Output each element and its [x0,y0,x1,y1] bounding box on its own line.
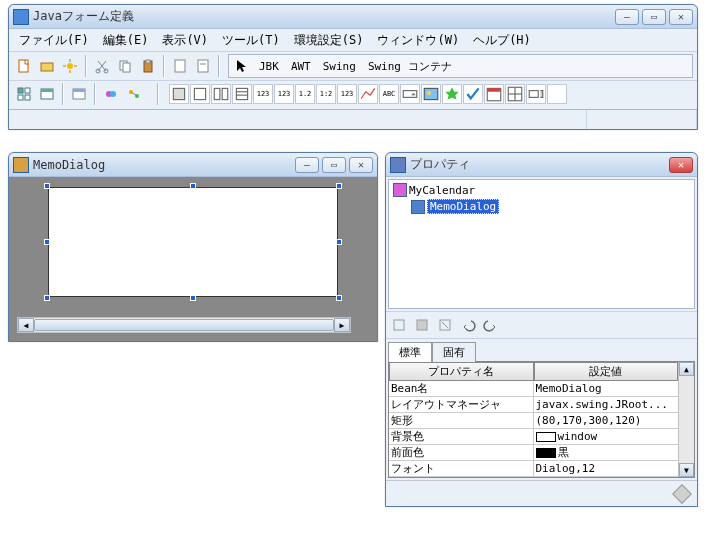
resize-handle-se[interactable] [336,295,342,301]
menu-file[interactable]: ファイル(F) [13,30,95,51]
prop-redo-icon[interactable] [480,314,502,336]
tree-root[interactable]: MyCalendar [391,182,692,198]
property-value[interactable]: javax.swing.JRoot... [534,398,679,411]
scroll-thumb[interactable] [34,319,334,331]
menu-env[interactable]: 環境設定(S) [288,30,370,51]
memodialog-titlebar[interactable]: MemoDialog — ▭ ✕ [9,153,377,177]
comp-list-icon[interactable] [232,84,252,104]
comp-abc-icon[interactable]: ABC [379,84,399,104]
property-row[interactable]: 矩形(80,170,300,120) [389,413,678,429]
resize-handle-n[interactable] [190,183,196,189]
tool-new-icon[interactable] [13,55,35,77]
comp-calendar-icon[interactable] [484,84,504,104]
prop-tool-a-icon[interactable] [388,314,410,336]
comp-split-icon[interactable] [211,84,231,104]
tree-child[interactable]: MemoDialog [391,198,692,215]
component-tree[interactable]: MyCalendar MemoDialog [388,179,695,309]
main-titlebar[interactable]: Javaフォーム定義 — ▭ ✕ [9,5,697,29]
tool-open-icon[interactable] [36,55,58,77]
resize-handle-w[interactable] [44,239,50,245]
comp-123b-icon[interactable]: 123 [274,84,294,104]
menu-tool[interactable]: ツール(T) [216,30,286,51]
menu-help[interactable]: ヘルプ(H) [467,30,537,51]
svg-rect-45 [394,320,404,330]
tool-cut-icon[interactable] [91,55,113,77]
comp-12a-icon[interactable]: 1.2 [295,84,315,104]
comp-123a-icon[interactable]: 123 [253,84,273,104]
tab-standard[interactable]: 標準 [388,342,432,362]
resize-handle-e[interactable] [336,239,342,245]
property-row[interactable]: フォントDialog,12 [389,461,678,477]
property-row[interactable]: 背景色window [389,429,678,445]
close-button[interactable]: ✕ [669,9,693,25]
property-value[interactable]: (80,170,300,120) [534,414,679,427]
comp-star-icon[interactable] [442,84,462,104]
property-value[interactable]: 黒 [534,445,679,460]
tab-specific[interactable]: 固有 [432,342,476,362]
comp-combo-icon[interactable] [400,84,420,104]
tool-window-icon[interactable] [36,83,58,105]
tool-doc-a-icon[interactable] [169,55,191,77]
property-row[interactable]: レイアウトマネージャjavax.swing.JRoot... [389,397,678,413]
property-row[interactable]: Bean名MemoDialog [389,381,678,397]
property-name: 前面色 [389,445,534,460]
resize-handle-nw[interactable] [44,183,50,189]
comp-blank-icon[interactable] [547,84,567,104]
palette-tab-awt[interactable]: AWT [285,58,317,75]
tool-copy-icon[interactable] [114,55,136,77]
resize-handle-ne[interactable] [336,183,342,189]
comp-image-icon[interactable] [421,84,441,104]
tool-form-icon[interactable] [68,83,90,105]
comp-frame-icon[interactable] [190,84,210,104]
svg-rect-10 [123,63,130,72]
comp-12b-icon[interactable]: 1:2 [316,84,336,104]
properties-close-button[interactable]: ✕ [669,157,693,173]
palette-tab-swing-container[interactable]: Swing コンテナ [362,57,458,76]
comp-grid-icon[interactable] [505,84,525,104]
prop-tool-c-icon[interactable] [434,314,456,336]
child-close-button[interactable]: ✕ [349,157,373,173]
scroll-left-icon[interactable]: ◀ [18,318,34,332]
comp-panel-icon[interactable] [169,84,189,104]
resize-handle-sw[interactable] [44,295,50,301]
maximize-button[interactable]: ▭ [642,9,666,25]
svg-rect-36 [403,91,417,98]
tool-grid-a-icon[interactable] [13,83,35,105]
minimize-button[interactable]: — [615,9,639,25]
col-header-value[interactable]: 設定値 [534,362,679,381]
resize-handle-s[interactable] [190,295,196,301]
menu-window[interactable]: ウィンドウ(W) [371,30,465,51]
comp-spin-icon[interactable] [526,84,546,104]
v-scrollbar[interactable]: ▲ ▼ [678,362,694,477]
h-scrollbar[interactable]: ◀ ▶ [17,317,351,333]
comp-chart-icon[interactable] [358,84,378,104]
tool-bean-icon[interactable] [100,83,122,105]
scroll-down-icon[interactable]: ▼ [679,463,694,477]
scroll-up-icon[interactable]: ▲ [679,362,694,376]
tool-burst-icon[interactable] [59,55,81,77]
prop-undo-icon[interactable] [457,314,479,336]
pointer-icon[interactable] [231,55,253,77]
property-value[interactable]: window [534,430,679,443]
tool-bean2-icon[interactable] [123,83,145,105]
property-row[interactable]: 前面色黒 [389,445,678,461]
property-value[interactable]: Dialog,12 [534,462,679,475]
palette-tab-jbk[interactable]: JBK [253,58,285,75]
prop-tool-b-icon[interactable] [411,314,433,336]
svg-rect-0 [19,60,28,72]
child-maximize-button[interactable]: ▭ [322,157,346,173]
design-canvas[interactable] [48,187,338,297]
comp-check-icon[interactable] [463,84,483,104]
tool-doc-b-icon[interactable] [192,55,214,77]
resize-grip-icon[interactable] [672,484,692,504]
properties-titlebar[interactable]: プロパティ ✕ [386,153,697,177]
tool-paste-icon[interactable] [137,55,159,77]
child-minimize-button[interactable]: — [295,157,319,173]
col-header-name[interactable]: プロパティ名 [389,362,534,381]
menu-edit[interactable]: 編集(E) [97,30,155,51]
property-value[interactable]: MemoDialog [534,382,679,395]
menu-view[interactable]: 表示(V) [156,30,214,51]
comp-123c-icon[interactable]: 123 [337,84,357,104]
scroll-right-icon[interactable]: ▶ [334,318,350,332]
palette-tab-swing[interactable]: Swing [317,58,362,75]
